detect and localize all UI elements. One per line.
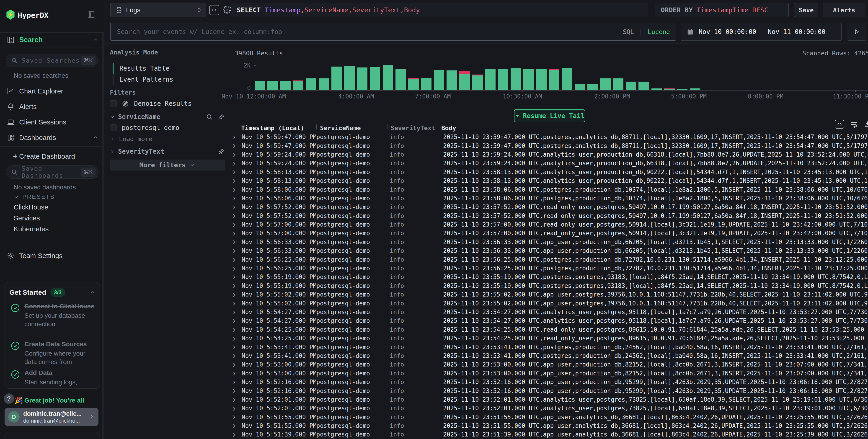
col-severitytext[interactable]: SeverityText (388, 124, 438, 131)
table-row[interactable]: ❯Nov 10 5:51:55.000 PMpostgresql-demoinf… (230, 421, 868, 430)
histogram-bar[interactable] (446, 70, 457, 90)
lucene-mode-toggle[interactable]: Lucene (648, 28, 670, 35)
saved-dashboards-input[interactable]: Saved Dashboards ⌘K (6, 165, 98, 179)
row-expand-icon[interactable]: ❯ (230, 336, 239, 341)
row-expand-icon[interactable]: ❯ (230, 178, 239, 184)
servicename-checkbox[interactable] (110, 124, 117, 131)
orderby-input[interactable]: ORDER BY TimestampTime DESC (655, 3, 789, 17)
histogram-bar[interactable] (268, 82, 278, 90)
run-query-button[interactable] (847, 23, 866, 40)
get-started-item[interactable]: Connect to ClickHouse Set up your databa… (10, 302, 95, 328)
row-expand-icon[interactable]: ❯ (230, 187, 239, 192)
row-expand-icon[interactable]: ❯ (230, 248, 239, 254)
row-expand-icon[interactable]: ❯ (230, 432, 239, 437)
create-dashboard-button[interactable]: Create Dashboard (0, 151, 104, 162)
table-row[interactable]: ❯Nov 10 5:59:47.000 PMpostgresql-demoinf… (230, 141, 868, 150)
table-row[interactable]: ❯Nov 10 5:51:39.000 PMpostgresql-demoinf… (230, 430, 868, 439)
chevron-up-icon[interactable] (93, 37, 98, 43)
row-expand-icon[interactable]: ❯ (230, 239, 239, 245)
lucene-search-input[interactable]: Search your events w/ Lucene ex. column:… (110, 23, 676, 40)
save-button[interactable]: Save (794, 3, 818, 17)
row-expand-icon[interactable]: ❯ (230, 143, 239, 149)
table-row[interactable]: ❯Nov 10 5:56:33.000 PMpostgresql-demoinf… (230, 246, 868, 255)
row-expand-icon[interactable]: ❯ (230, 388, 239, 394)
more-filters-button[interactable]: More filters (110, 160, 225, 170)
row-expand-icon[interactable]: ❯ (230, 379, 239, 385)
sidebar-item-alerts[interactable]: Alerts (0, 101, 104, 113)
table-row[interactable]: ❯Nov 10 5:52:16.000 PMpostgresql-demoinf… (230, 378, 868, 386)
filter-group-severitytext[interactable]: SeverityText (110, 148, 225, 155)
saved-searches-input[interactable]: Saved Searches ⌘K (6, 54, 98, 67)
table-row[interactable]: ❯Nov 10 5:54:25.000 PMpostgresql-demoinf… (230, 325, 868, 334)
row-expand-icon[interactable]: ❯ (230, 152, 239, 157)
histogram-bar[interactable] (485, 69, 496, 90)
histogram-bar[interactable] (319, 79, 329, 90)
histogram-bar[interactable] (677, 89, 687, 90)
table-row[interactable]: ❯Nov 10 5:55:02.000 PMpostgresql-demoinf… (230, 290, 868, 299)
histogram-bar[interactable] (575, 84, 585, 90)
table-row[interactable]: ❯Nov 10 5:51:55.000 PMpostgresql-demoinf… (230, 413, 868, 421)
col-body[interactable]: Body (438, 124, 868, 131)
histogram-bar[interactable] (613, 79, 623, 90)
histogram-bar[interactable] (383, 65, 393, 90)
events-histogram[interactable] (254, 64, 868, 90)
table-row[interactable]: ❯Nov 10 5:58:06.000 PMpostgresql-demoinf… (230, 194, 868, 202)
histogram-bar[interactable] (344, 66, 355, 90)
table-row[interactable]: ❯Nov 10 5:56:25.000 PMpostgresql-demoinf… (230, 255, 868, 264)
table-row[interactable]: ❯Nov 10 5:57:52.000 PMpostgresql-demoinf… (230, 212, 868, 220)
table-row[interactable]: ❯Nov 10 5:54:27.000 PMpostgresql-demoinf… (230, 316, 868, 325)
table-row[interactable]: ❯Nov 10 5:54:25.000 PMpostgresql-demoinf… (230, 334, 868, 343)
table-row[interactable]: ❯Nov 10 5:52:01.000 PMpostgresql-demoinf… (230, 395, 868, 404)
chevron-up-icon[interactable] (90, 290, 95, 295)
table-row[interactable]: ❯Nov 10 5:55:02.000 PMpostgresql-demoinf… (230, 299, 868, 308)
histogram-bar[interactable] (396, 69, 406, 90)
row-expand-icon[interactable]: ❯ (230, 414, 239, 420)
row-expand-icon[interactable]: ❯ (230, 265, 239, 271)
table-row[interactable]: ❯Nov 10 5:58:13.000 PMpostgresql-demoinf… (230, 168, 868, 177)
row-expand-icon[interactable]: ❯ (230, 301, 239, 306)
histogram-bar[interactable] (421, 78, 432, 90)
table-row[interactable]: ❯Nov 10 5:53:00.000 PMpostgresql-demoinf… (230, 360, 868, 369)
table-row[interactable]: ❯Nov 10 5:57:00.000 PMpostgresql-demoinf… (230, 229, 868, 238)
help-button[interactable]: ? (4, 394, 14, 404)
row-expand-icon[interactable]: ❯ (230, 283, 239, 288)
denoise-filter-row[interactable]: Denoise Results (110, 100, 192, 107)
table-row[interactable]: ❯Nov 10 5:55:19.000 PMpostgresql-demoinf… (230, 282, 868, 290)
col-servicename[interactable]: ServiceName (317, 124, 387, 131)
histogram-bar[interactable] (600, 79, 611, 90)
presets-section[interactable]: PRESETS (14, 193, 55, 200)
histogram-bar[interactable] (408, 78, 419, 90)
row-expand-icon[interactable]: ❯ (230, 326, 239, 332)
table-row[interactable]: ❯Nov 10 5:58:13.000 PMpostgresql-demoinf… (230, 177, 868, 185)
table-row[interactable]: ❯Nov 10 5:59:47.000 PMpostgresql-demoinf… (230, 133, 868, 141)
sidebar-item-client-sessions[interactable]: Client Sessions (0, 116, 104, 128)
histogram-bar[interactable] (434, 70, 444, 90)
table-row[interactable]: ❯Nov 10 5:56:25.000 PMpostgresql-demoinf… (230, 264, 868, 273)
histogram-bar[interactable] (549, 69, 559, 90)
tab-event-patterns[interactable]: Event Patterns (113, 74, 173, 85)
row-expand-icon[interactable]: ❯ (230, 318, 239, 324)
table-row[interactable]: ❯Nov 10 5:53:41.000 PMpostgresql-demoinf… (230, 351, 868, 360)
preset-kubernetes[interactable]: Kubernetes (14, 225, 49, 233)
histogram-bar[interactable] (651, 88, 662, 90)
filter-group-servicename[interactable]: ServiceName (110, 113, 225, 121)
row-expand-icon[interactable]: ❯ (230, 309, 239, 315)
date-range-picker[interactable]: Nov 10 00:00:00 - Nov 11 00:00:00 (681, 23, 842, 40)
row-expand-icon[interactable]: ❯ (230, 257, 239, 262)
histogram-bar[interactable] (639, 82, 649, 90)
histogram-bar[interactable] (306, 79, 316, 90)
histogram-bar[interactable] (472, 74, 483, 90)
sidebar-item-dashboards[interactable]: Dashboards (0, 132, 104, 144)
histogram-bar[interactable] (280, 81, 290, 90)
table-row[interactable]: ❯Nov 10 5:57:00.000 PMpostgresql-demoinf… (230, 220, 868, 229)
preset-clickhouse[interactable]: ClickHouse (14, 203, 48, 211)
histogram-bar[interactable] (536, 69, 547, 90)
servicename-value-row[interactable]: postgresql-demo (110, 124, 179, 131)
alerts-button[interactable]: Alerts (823, 3, 865, 17)
row-expand-icon[interactable]: ❯ (230, 160, 239, 166)
histogram-bar[interactable] (587, 84, 598, 90)
denoise-checkbox[interactable] (110, 100, 117, 107)
histogram-bar[interactable] (498, 69, 508, 90)
row-expand-icon[interactable]: ❯ (230, 370, 239, 376)
histogram-bar[interactable] (626, 82, 636, 90)
